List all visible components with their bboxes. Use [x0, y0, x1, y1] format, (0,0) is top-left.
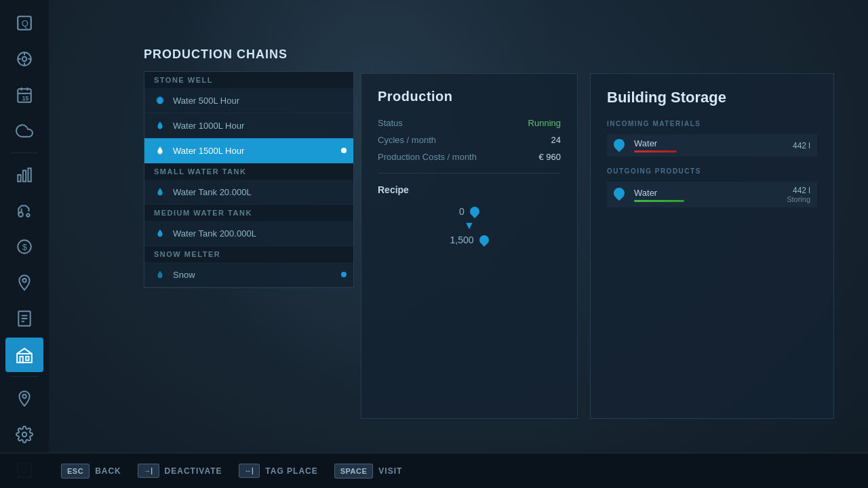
chain-item-water-1500[interactable]: Water 1500L Hour: [144, 138, 353, 163]
water-drop-icon: [154, 119, 166, 131]
chain-item-water-500[interactable]: Water 500L Hour: [144, 88, 353, 113]
outgoing-water-amount-col: 442 l Storing: [783, 186, 810, 203]
chain-item-snow[interactable]: Snow: [144, 262, 353, 287]
recipe-title: Recipe: [378, 184, 561, 195]
svg-rect-14: [23, 170, 26, 181]
sidebar-item-weather[interactable]: [5, 114, 43, 148]
outgoing-water-info: Water: [634, 188, 776, 202]
chain-item-water-tank-20[interactable]: Water Tank 20.000L: [144, 180, 353, 205]
recipe-arrow-icon: ▼: [464, 220, 475, 232]
chain-item-label: Water 1500L Hour: [173, 146, 244, 156]
water-icon-incoming: [614, 139, 627, 152]
incoming-water-amount-col: 442 l: [783, 141, 810, 150]
recipe-input-row: 0: [459, 206, 479, 217]
outgoing-water-status: Storing: [783, 195, 810, 203]
water-drop-icon-active: [154, 144, 166, 157]
divider: [378, 173, 561, 174]
production-chains-panel: PRODUCTION CHAINS STONE WELL Water 500L …: [144, 47, 354, 288]
sidebar-item-settings[interactable]: [5, 418, 43, 452]
outgoing-water-bar: [634, 200, 684, 202]
recipe-area: 0 ▼ 1,500: [378, 206, 561, 245]
sidebar-item-contracts[interactable]: [5, 302, 43, 336]
svg-text:$: $: [22, 242, 28, 252]
bottom-bar: ESC BACK →| DEACTIVATE ↔| TAG PLACE SPAC…: [0, 453, 868, 488]
snow-icon: [154, 268, 166, 281]
sidebar-item-overview[interactable]: [5, 41, 43, 76]
water-drop-input: [468, 205, 481, 218]
chain-item-label: Water Tank 20.000L: [173, 187, 252, 197]
sidebar-item-map[interactable]: [5, 381, 43, 415]
sidebar-item-calendar[interactable]: 15: [5, 77, 43, 112]
tagplace-key[interactable]: ↔|: [239, 464, 260, 478]
chain-item-label: Water Tank 200.000L: [173, 228, 256, 239]
outgoing-material-water: Water 442 l Storing: [607, 182, 817, 207]
sidebar-item-buildings[interactable]: [5, 338, 43, 372]
sidebar-item-q[interactable]: Q: [5, 5, 43, 40]
status-value: Running: [528, 118, 561, 128]
active-dot: [341, 148, 347, 153]
deactivate-key[interactable]: →|: [138, 464, 159, 478]
cycles-value: 24: [551, 135, 561, 145]
sidebar-item-finance[interactable]: $: [5, 229, 43, 264]
production-panel: Production Status Running Cycles / month…: [361, 73, 578, 419]
chain-item-label: Water 1000L Hour: [173, 121, 244, 131]
svg-point-30: [22, 432, 27, 437]
tagplace-label: TAG PLACE: [265, 466, 317, 476]
costs-value: € 960: [538, 152, 561, 162]
svg-point-29: [22, 394, 26, 398]
recipe-output-value: 1,500: [450, 235, 473, 245]
status-label: Status: [378, 118, 403, 128]
hotkey-back: ESC BACK: [61, 464, 121, 479]
building-storage-panel: Building Storage INCOMING MATERIALS Wate…: [590, 73, 834, 419]
cycles-label: Cycles / month: [378, 135, 436, 145]
incoming-water-amount: 442 l: [783, 141, 810, 150]
incoming-material-water: Water 442 l: [607, 134, 817, 157]
visit-label: VISIT: [378, 466, 402, 476]
chain-item-label: Water 500L Hour: [173, 96, 239, 106]
outgoing-water-name: Water: [634, 188, 776, 198]
svg-rect-26: [17, 354, 32, 363]
incoming-materials-header: INCOMING MATERIALS: [607, 120, 817, 127]
svg-point-21: [22, 279, 26, 282]
chain-list: STONE WELL Water 500L Hour Water 1000L H…: [144, 71, 354, 288]
category-small-water-tank: SMALL WATER TANK: [144, 163, 353, 180]
chain-item-water-tank-200[interactable]: Water Tank 200.000L: [144, 221, 353, 246]
category-stone-well: STONE WELL: [144, 72, 353, 88]
chain-item-label: Snow: [173, 270, 195, 280]
water-icon-outgoing: [614, 188, 627, 201]
hotkey-deactivate: →| DEACTIVATE: [138, 464, 222, 478]
chain-item-water-1000[interactable]: Water 1000L Hour: [144, 113, 353, 138]
svg-point-3: [22, 57, 27, 62]
recipe-arrow-row: ▼: [464, 220, 475, 232]
sidebar-item-tractor[interactable]: [5, 193, 43, 228]
visit-key[interactable]: SPACE: [334, 464, 374, 479]
costs-row: Production Costs / month € 960: [378, 152, 561, 162]
back-label: BACK: [95, 466, 121, 476]
sidebar-item-stats[interactable]: [5, 157, 43, 192]
water-drop-icon: [154, 94, 166, 106]
production-title: Production: [378, 89, 561, 104]
hotkey-visit: SPACE VISIT: [334, 464, 403, 479]
main-content: PRODUCTION CHAINS STONE WELL Water 500L …: [49, 0, 868, 488]
category-snow-melter: SNOW MELTER: [144, 246, 353, 262]
incoming-water-name: Water: [634, 138, 776, 148]
svg-point-16: [18, 212, 22, 217]
water-drop-icon: [154, 227, 166, 239]
esc-key[interactable]: ESC: [61, 464, 90, 479]
sidebar-item-animals[interactable]: [5, 266, 43, 300]
water-drop-icon: [154, 186, 166, 198]
category-medium-water-tank: MEDIUM WATER TANK: [144, 205, 353, 221]
sidebar: Q 15: [0, 0, 49, 488]
recipe-output-row: 1,500: [450, 235, 488, 245]
outgoing-water-amount: 442 l: [783, 186, 810, 195]
svg-point-17: [26, 214, 29, 216]
svg-text:Q: Q: [22, 18, 28, 28]
production-chains-title: PRODUCTION CHAINS: [144, 47, 354, 62]
svg-rect-28: [26, 357, 28, 360]
incoming-water-bar: [634, 150, 677, 152]
outgoing-products-header: OUTGOING PRODUCTS: [607, 167, 817, 175]
svg-rect-15: [28, 168, 31, 182]
item-dot: [341, 272, 347, 277]
hotkey-tagplace: ↔| TAG PLACE: [239, 464, 318, 478]
cycles-row: Cycles / month 24: [378, 135, 561, 145]
